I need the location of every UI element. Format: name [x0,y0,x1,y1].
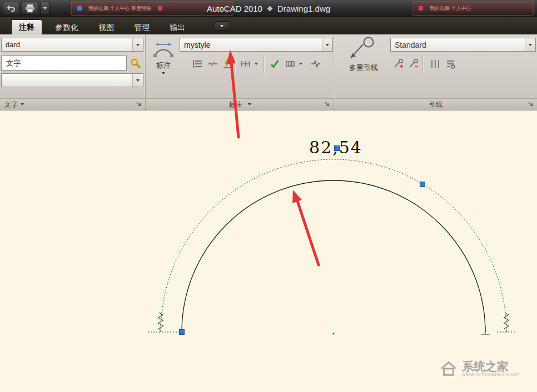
adjust-spacing-button[interactable] [191,57,205,71]
dialog-launcher-button[interactable] [324,101,330,109]
divider [263,56,264,73]
add-leader-button[interactable] [391,57,406,71]
chevron-down-icon [529,44,532,46]
chevron-down-icon [220,25,223,27]
dialog-launcher-icon [528,101,534,107]
chevron-down-icon [136,44,140,46]
title-separator-icon [267,6,273,11]
find-text-button[interactable] [128,56,143,71]
annotation-scale-combo[interactable] [1,73,143,87]
chevron-down-icon [21,103,24,105]
tolerance-button[interactable] [283,57,297,71]
panel-dimension-footer[interactable]: 标注 [146,98,334,110]
chevron-down-icon [43,7,47,9]
multileader-icon [346,36,381,61]
dialog-launcher-icon [136,101,142,107]
combo-arrow-button[interactable] [132,38,143,51]
tab-output[interactable]: 输出 [162,20,192,34]
panel-footer-label: 引线 [429,100,442,109]
dimension-text[interactable]: 82,54 [303,138,369,157]
dimension-split-button[interactable]: 标注 [148,37,178,74]
multileader-button[interactable]: 多重引线 [338,36,389,73]
align-leaders-icon [430,58,441,69]
jog-line-button[interactable] [309,57,323,71]
break-dimension-button[interactable] [206,57,220,71]
chevron-down-icon [255,63,258,65]
watermark-url: WWW.XITONGZHIJIA.NET [462,373,520,376]
dimension-style-combo[interactable]: mystyle [180,38,333,52]
tab-annotate[interactable]: 注释 [11,19,42,34]
watermark: 系统之家 WWW.XITONGZHIJIA.NET [439,360,520,378]
favicon-icon [158,6,162,11]
find-text-input[interactable]: 文字 [1,56,127,71]
text-style-combo[interactable]: dard [1,38,143,52]
continue-dimension-button[interactable] [238,57,253,71]
ribbon: dard 文字 文字 [0,34,537,110]
tab-parametric[interactable]: 参数化 [48,20,86,34]
drawing-canvas[interactable] [0,110,537,392]
align-leaders-button[interactable] [428,57,442,71]
ribbon-tab-bar: 注释 参数化 视图 管理 输出 [0,17,537,34]
printer-icon [24,4,36,13]
inspect-check-icon [269,58,280,69]
quick-dimension-icon [222,58,233,69]
watermark-logo-icon [439,360,458,378]
break-dimension-icon [207,58,218,69]
chevron-down-icon [162,72,165,74]
collect-leaders-icon [445,58,456,69]
background-tab-text: 我的电脑 个人中心 百度经验 [88,5,151,12]
panel-text-footer[interactable]: 文字 [0,98,145,110]
undo-button[interactable] [3,2,19,15]
quick-dimension-button[interactable] [220,57,235,71]
panel-text: dard 文字 文字 [0,34,146,110]
favicon-icon [419,6,423,11]
panel-dimension: 标注 mystyle [146,34,334,110]
tolerance-icon [285,58,296,69]
ribbon-minimize-button[interactable] [213,21,230,31]
quick-access-toolbar [3,2,49,15]
chevron-down-icon [136,79,140,82]
tolerance-flyout[interactable] [297,57,304,71]
titlebar: 我的电脑 个人中心 百度经验 AutoCAD 2010 Drawing1.dwg… [0,0,537,17]
remove-leader-button[interactable] [406,57,421,71]
panel-leaders-footer[interactable]: 引线 [335,98,537,110]
dimension-button-label: 标注 [156,61,171,71]
favicon-icon [77,6,82,11]
continue-dimension-icon [240,58,251,69]
dialog-launcher-button[interactable] [528,101,534,109]
dimension-arc-icon [151,37,176,59]
chevron-down-icon [248,103,251,105]
panel-leaders: 多重引线 Standard [335,34,537,110]
multileader-style-combo[interactable]: Standard [390,38,536,52]
divider [235,56,235,73]
panel-footer-label: 标注 [229,100,242,109]
divider [422,56,423,73]
background-window-tab-left[interactable]: 我的电脑 个人中心 百度经验 [71,1,233,16]
tab-manage[interactable]: 管理 [127,20,157,34]
panel-footer-label: 文字 [4,100,18,109]
chevron-down-icon [299,63,302,65]
find-text-icon [130,58,141,69]
chevron-down-icon [326,44,329,46]
inspect-button[interactable] [267,57,282,71]
continue-dimension-flyout[interactable] [253,57,260,71]
dialog-launcher-button[interactable] [136,101,142,109]
combo-arrow-button[interactable] [322,38,332,51]
multileader-button-label: 多重引线 [349,63,378,73]
dialog-launcher-icon [324,101,330,107]
undo-icon [6,4,16,12]
collect-leaders-button[interactable] [443,57,458,71]
adjust-spacing-icon [192,58,203,69]
combo-arrow-button[interactable] [132,74,143,87]
background-tab-text: 我的电脑 个人中心 [430,5,471,12]
tab-view[interactable]: 视图 [91,20,121,34]
combo-arrow-button[interactable] [525,38,535,51]
print-button[interactable] [22,2,38,15]
jog-line-icon [310,58,321,69]
watermark-name: 系统之家 [462,360,520,373]
remove-leader-icon [408,58,419,69]
qat-dropdown-button[interactable] [41,2,49,15]
autocad-window: 我的电脑 个人中心 百度经验 AutoCAD 2010 Drawing1.dwg… [0,0,537,392]
document-title: Drawing1.dwg [277,4,330,13]
background-window-tab-right[interactable]: 我的电脑 个人中心 [412,1,534,16]
